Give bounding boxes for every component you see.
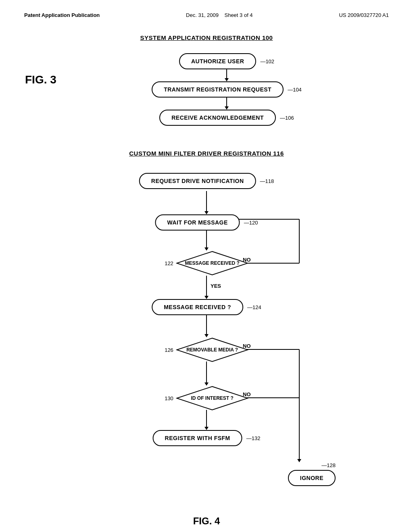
fig4-bottom-label: FIG. 4 [24, 515, 389, 527]
ref-124: —124 [247, 304, 261, 310]
ref-106: —106 [280, 115, 294, 121]
arrow-104-106 [225, 98, 229, 110]
arrow-102-104 [225, 69, 229, 81]
request-drive-box: REQUEST DRIVE NOTIFICATION [139, 173, 256, 189]
transmit-row: TRANSMIT REGISTRATION REQUEST —104 [152, 81, 302, 98]
message-received-row: 122 MESSAGE RECEIVED ? [165, 251, 248, 276]
header-publication: Patent Application Publication [24, 12, 100, 18]
fig4-title: CUSTOM MINI FILTER DRIVER REGISTRATION 1… [129, 150, 284, 157]
fig4-content: YES YES YES NO [65, 169, 348, 491]
svg-text:ID OF INTEREST ?: ID OF INTEREST ? [191, 395, 233, 401]
fig3-section: SYSTEM APPLICATION REGISTRATION 100 FIG.… [24, 34, 389, 126]
fig3-flow: AUTHORIZE USER —102 TRANSMIT REGISTRATIO… [65, 53, 388, 126]
ref-130: 130 [165, 395, 173, 401]
wait-message-row: WAIT FOR MESSAGE —120 [155, 214, 258, 231]
ref-126: 126 [165, 347, 173, 353]
ref-102: —102 [260, 58, 274, 64]
authorize-user-box: AUTHORIZE USER [179, 53, 256, 69]
register-fsfm-box: REGISTER WITH FSFM [153, 430, 242, 446]
fig3-title: SYSTEM APPLICATION REGISTRATION 100 [140, 34, 273, 41]
id-interest-row: 130 ID OF INTEREST ? [165, 386, 248, 411]
page-header: Patent Application Publication Dec. 31, … [24, 12, 389, 18]
authorize-user-row: AUTHORIZE USER —102 [179, 53, 274, 69]
ref-104: —104 [288, 87, 302, 93]
message-received-diamond: MESSAGE RECEIVED ? [176, 251, 248, 276]
ref-118: —118 [260, 178, 274, 184]
ref-132: —132 [246, 435, 261, 441]
header-date-sheet: Dec. 31, 2009 Sheet 3 of 4 [186, 12, 253, 18]
removable-media-row: 126 REMOVABLE MEDIA ? [165, 337, 248, 362]
removable-media-wrapper: 126 REMOVABLE MEDIA ? [165, 337, 248, 362]
fig4-section: CUSTOM MINI FILTER DRIVER REGISTRATION 1… [24, 150, 389, 491]
id-interest-diamond: ID OF INTEREST ? [176, 386, 248, 411]
ignore-row: —128 IGNORE [288, 462, 336, 486]
analyze-row: MESSAGE RECEIVED ? —124 [152, 299, 261, 315]
request-drive-row: REQUEST DRIVE NOTIFICATION —118 [139, 173, 274, 189]
header-patent-number: US 2009/0327720 A1 [339, 12, 389, 18]
header-sheet: Sheet 3 of 4 [224, 12, 252, 18]
fig3-content: FIG. 3 AUTHORIZE USER —102 TR [25, 53, 388, 126]
wait-message-box: WAIT FOR MESSAGE [155, 214, 240, 231]
page: Patent Application Publication Dec. 31, … [0, 0, 413, 532]
header-date: Dec. 31, 2009 [186, 12, 219, 18]
svg-text:MESSAGE RECEIVED ?: MESSAGE RECEIVED ? [185, 260, 239, 266]
removable-media-diamond: REMOVABLE MEDIA ? [176, 337, 248, 362]
ignore-box: IGNORE [288, 470, 336, 486]
register-fsfm-row: REGISTER WITH FSFM —132 [153, 430, 261, 446]
fig3-label: FIG. 3 [25, 73, 56, 86]
id-interest-wrapper: 130 ID OF INTEREST ? [165, 386, 248, 411]
ref-120: —120 [244, 220, 258, 226]
message-received-wrapper: 122 MESSAGE RECEIVED ? [165, 251, 248, 276]
receive-ack-row: RECEIVE ACKNOWLEDGEMENT —106 [159, 110, 294, 126]
transmit-box: TRANSMIT REGISTRATION REQUEST [152, 81, 284, 98]
ref-128: —128 [321, 462, 336, 468]
svg-text:REMOVABLE MEDIA ?: REMOVABLE MEDIA ? [186, 347, 238, 353]
analyze-box: MESSAGE RECEIVED ? [152, 299, 243, 315]
ref-122: 122 [165, 260, 173, 266]
receive-ack-box: RECEIVE ACKNOWLEDGEMENT [159, 110, 276, 126]
